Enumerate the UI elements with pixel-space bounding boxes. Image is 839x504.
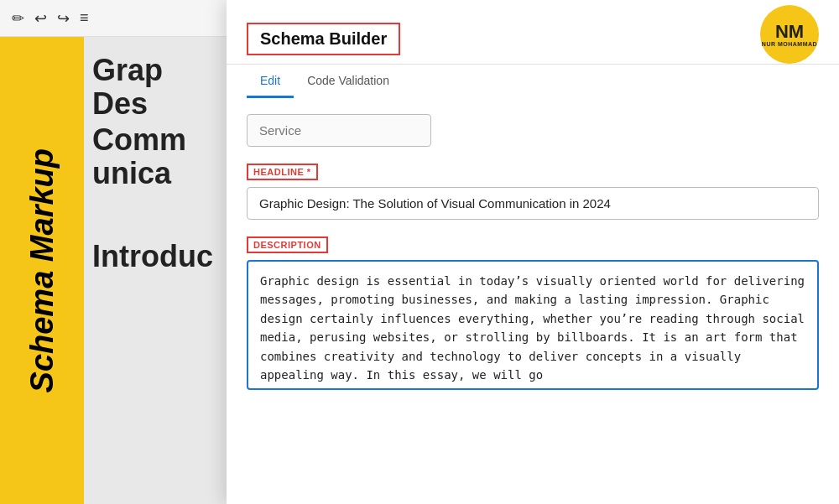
redo-icon[interactable]: ↪ — [57, 9, 70, 28]
service-input-wrap — [247, 114, 819, 147]
headline-section-label: HEADLINE — [247, 164, 318, 180]
edit-icon[interactable]: ✏ — [12, 9, 24, 28]
yellow-banner: Schema Markup — [0, 37, 84, 504]
headline-input[interactable] — [247, 187, 819, 220]
panel-header: Schema Builder NM NUR MOHAMMAD — [227, 0, 839, 65]
menu-icon[interactable]: ≡ — [80, 9, 89, 27]
headline-label: HEADLINE — [247, 164, 819, 187]
logo: NM NUR MOHAMMAD — [760, 5, 819, 64]
tabs-bar: Edit Code Validation — [227, 65, 839, 97]
logo-initials: NM — [775, 23, 804, 41]
banner-text: Schema Markup — [24, 148, 60, 392]
tab-code-validation[interactable]: Code Validation — [294, 65, 403, 98]
undo-icon[interactable]: ↩ — [34, 9, 47, 28]
bg-content: Grap Des Comm unica Intr​oduc — [84, 37, 227, 290]
headline-section: HEADLINE — [247, 164, 819, 220]
panel-title: Schema Builder — [247, 23, 400, 55]
bg-title-line2: Comm unica — [92, 123, 218, 190]
description-section: DESCRIPTION — [247, 236, 819, 393]
bg-intro: Intr​oduc — [92, 240, 218, 273]
toolbar: ✏ ↩ ↪ ≡ — [0, 0, 227, 37]
background-area: ✏ ↩ ↪ ≡ Schema Markup Grap Des Comm unic… — [0, 0, 227, 504]
description-section-label: DESCRIPTION — [247, 236, 328, 253]
panel-body: HEADLINE DESCRIPTION — [227, 97, 839, 504]
service-input[interactable] — [247, 114, 431, 147]
tab-edit[interactable]: Edit — [247, 65, 294, 98]
description-textarea[interactable] — [247, 260, 819, 390]
description-label: DESCRIPTION — [247, 236, 819, 260]
schema-builder-panel: Schema Builder NM NUR MOHAMMAD Edit Code… — [227, 0, 839, 504]
logo-subtitle: NUR MOHAMMAD — [762, 41, 817, 47]
bg-title-line1: Grap Des — [92, 54, 218, 120]
